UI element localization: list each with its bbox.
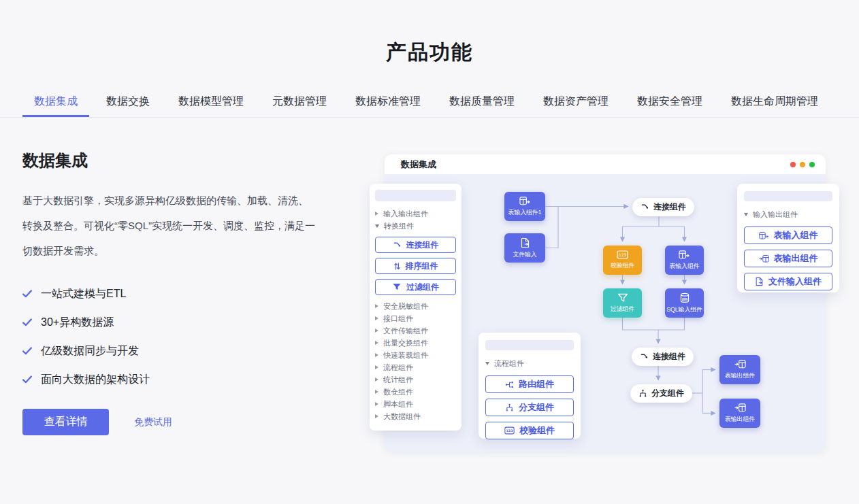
component-sort-button[interactable]: 排序组件 xyxy=(375,258,456,274)
svg-text:123: 123 xyxy=(619,252,626,257)
component-filter-button[interactable]: 过滤组件 xyxy=(375,279,456,295)
table-input-icon xyxy=(679,250,690,260)
tab-data-integration[interactable]: 数据集成 xyxy=(22,89,89,117)
flow-node-table-output-1[interactable]: 表输出组件 xyxy=(719,355,760,384)
tab-data-lifecycle-mgmt[interactable]: 数据生命周期管理 xyxy=(719,89,830,117)
component-branch-button[interactable]: 分支组件 xyxy=(485,399,574,416)
flow-node-check[interactable]: 123 校验组件 xyxy=(603,246,642,275)
chevron-right-icon xyxy=(375,212,378,216)
file-input-icon xyxy=(520,237,530,248)
check-icon xyxy=(22,290,32,298)
check-123-icon: 123 xyxy=(617,250,628,259)
free-trial-link[interactable]: 免费试用 xyxy=(134,416,172,429)
table-input-icon xyxy=(519,196,531,206)
branch-icon xyxy=(638,389,647,398)
chevron-right-icon xyxy=(375,377,378,382)
minimize-dot-icon xyxy=(800,162,805,167)
connector-icon xyxy=(640,352,649,361)
component-table-input-button[interactable]: 表输入组件 xyxy=(744,226,832,244)
component-search-input[interactable] xyxy=(375,190,456,201)
chevron-right-icon xyxy=(375,304,378,308)
group-io[interactable]: 输入输出组件 xyxy=(744,207,832,221)
tab-data-security-mgmt[interactable]: 数据安全管理 xyxy=(626,89,714,117)
check-icon xyxy=(22,318,32,326)
group-script-components[interactable]: 脚本组件 xyxy=(375,398,456,410)
filter-icon xyxy=(392,283,402,291)
feature-heading: 数据集成 xyxy=(22,150,336,171)
bullet-item: 面向大数据的架构设计 xyxy=(22,365,336,394)
cta-row: 查看详情 免费试用 xyxy=(22,409,336,435)
bullet-text: 亿级数据同步与开发 xyxy=(41,344,139,358)
flow-pill-branch[interactable]: 分支组件 xyxy=(630,384,692,403)
group-warehouse-components[interactable]: 数仓组件 xyxy=(375,386,456,398)
bullet-text: 一站式建模与ETL xyxy=(41,287,126,301)
close-dot-icon xyxy=(790,162,796,167)
bullet-text: 30+异构数据源 xyxy=(41,316,114,330)
process-search-input[interactable] xyxy=(485,340,574,350)
maximize-dot-icon xyxy=(809,162,815,167)
check-icon xyxy=(22,347,32,355)
flow-node-table-input[interactable]: 表输入组件 xyxy=(665,246,704,275)
bullet-item: 亿级数据同步与开发 xyxy=(22,337,336,365)
group-statistics-components[interactable]: 统计组件 xyxy=(375,373,456,386)
sql-input-icon: SQL xyxy=(679,292,690,303)
chevron-right-icon xyxy=(375,329,378,333)
feature-content: 数据集成 基于大数据引擎，实现多源异构亿级数据的传输、加载、清洗、转换及整合。可… xyxy=(22,150,336,435)
check-123-icon: 123 xyxy=(504,426,515,435)
component-connector-button[interactable]: 连接组件 xyxy=(375,237,456,253)
bullet-item: 30+异构数据源 xyxy=(22,308,336,337)
svg-text:123: 123 xyxy=(506,429,513,433)
component-table-output-button[interactable]: 表输出组件 xyxy=(744,250,832,267)
group-interface-components[interactable]: 接口组件 xyxy=(375,312,456,324)
tab-data-standard-mgmt[interactable]: 数据标准管理 xyxy=(344,89,432,117)
io-components-panel: 输入输出组件 表输入组件 表输出组件 xyxy=(737,184,839,292)
chevron-right-icon xyxy=(375,341,378,345)
io-search-input[interactable] xyxy=(744,191,832,201)
table-output-icon xyxy=(734,403,746,413)
tab-data-exchange[interactable]: 数据交换 xyxy=(95,89,161,117)
chevron-right-icon xyxy=(375,316,378,320)
chevron-right-icon xyxy=(375,390,378,394)
flow-pill-connector-1[interactable]: 连接组件 xyxy=(632,198,694,216)
group-io-components[interactable]: 输入输出组件 xyxy=(375,207,456,220)
component-file-input-button[interactable]: 文件输入组件 xyxy=(744,273,832,290)
connector-icon xyxy=(393,241,402,250)
bullet-item: 一站式建模与ETL xyxy=(22,280,336,308)
group-bigdata-components[interactable]: 大数据组件 xyxy=(375,410,456,422)
view-details-button[interactable]: 查看详情 xyxy=(22,409,109,435)
flow-pill-connector-2[interactable]: 连接组件 xyxy=(632,348,694,366)
tab-data-quality-mgmt[interactable]: 数据质量管理 xyxy=(438,89,526,117)
group-process-components[interactable]: 流程组件 xyxy=(375,361,456,373)
flow-node-sql-input[interactable]: SQL SQL输入组件 xyxy=(665,288,704,318)
mockup-window-title: 数据集成 xyxy=(401,158,436,171)
branch-icon xyxy=(505,403,514,412)
tab-data-asset-mgmt[interactable]: 数据资产管理 xyxy=(532,89,620,117)
page-title: 产品功能 xyxy=(0,39,859,67)
flow-node-table-input-1[interactable]: 表输入组件1 xyxy=(504,192,545,221)
flow-node-table-output-2[interactable]: 表输出组件 xyxy=(719,399,760,428)
group-fast-load-components[interactable]: 快速装载组件 xyxy=(375,349,456,361)
check-icon xyxy=(22,375,32,384)
table-input-icon xyxy=(759,231,769,240)
flow-node-filter[interactable]: 过滤组件 xyxy=(603,288,642,318)
tab-metadata-mgmt[interactable]: 元数据管理 xyxy=(261,89,338,117)
group-process[interactable]: 流程组件 xyxy=(485,356,574,370)
chevron-down-icon xyxy=(485,362,489,365)
file-input-icon xyxy=(755,277,764,286)
feature-tabbar: 数据集成 数据交换 数据模型管理 元数据管理 数据标准管理 数据质量管理 数据资… xyxy=(0,89,859,118)
route-icon xyxy=(505,380,514,389)
group-batch-exchange-components[interactable]: 批量交换组件 xyxy=(375,337,456,349)
group-masking-components[interactable]: 安全脱敏组件 xyxy=(375,300,456,312)
component-check-button[interactable]: 123 校验组件 xyxy=(485,422,574,439)
group-transform-components[interactable]: 转换组件 xyxy=(375,220,456,232)
svg-text:SQL: SQL xyxy=(682,298,687,301)
tab-data-model-mgmt[interactable]: 数据模型管理 xyxy=(167,89,255,117)
feature-bullet-list: 一站式建模与ETL 30+异构数据源 亿级数据同步与开发 面向大数据的架构设计 xyxy=(22,280,336,394)
component-library-panel: 输入输出组件 转换组件 连接组件 排序组件 xyxy=(370,184,461,431)
group-file-transfer-components[interactable]: 文件传输组件 xyxy=(375,324,456,337)
chevron-right-icon xyxy=(375,414,378,418)
chevron-down-icon xyxy=(744,213,748,216)
component-route-button[interactable]: 路由组件 xyxy=(485,375,574,393)
flow-node-file-input[interactable]: 文件输入 xyxy=(504,233,545,263)
table-output-icon xyxy=(734,359,746,369)
